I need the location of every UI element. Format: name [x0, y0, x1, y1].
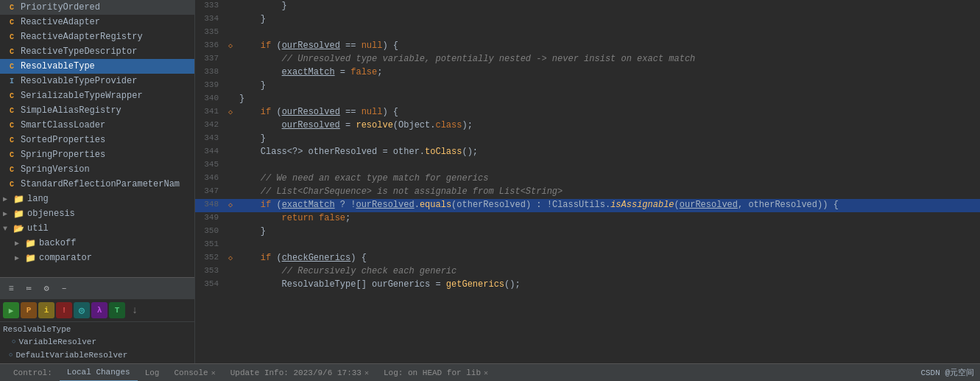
line-content: } — [236, 133, 980, 146]
line-content: // Recursively check each generic — [236, 265, 980, 279]
code-token — [239, 107, 261, 117]
arrow-right-icon: ▶ — [15, 239, 25, 248]
close-icon[interactable]: ✕ — [364, 368, 369, 377]
member-label: VariableResolver — [18, 338, 96, 346]
code-token: isAssignable — [610, 200, 674, 210]
status-tab-log[interactable]: Log — [138, 364, 167, 382]
code-token: // Unresolved type variable, potentially… — [282, 54, 696, 64]
type-icon[interactable]: T — [109, 302, 125, 318]
code-token: ( — [271, 253, 281, 263]
class-icon: C — [6, 16, 18, 28]
sidebar-item-reactiveadapterregistry[interactable]: C ReactiveAdapterRegistry — [0, 29, 194, 44]
status-tab-console[interactable]: Console ✕ — [166, 364, 222, 382]
lambda-icon[interactable]: λ — [91, 302, 107, 318]
run-icon[interactable]: ▶ — [3, 302, 19, 318]
line-gutter — [225, 0, 236, 13]
line-gutter — [225, 66, 236, 80]
status-tab-updateinfo[interactable]: Update Info: 2023/9/6 17:33 ✕ — [223, 364, 376, 382]
line-gutter — [225, 133, 236, 146]
folder-util[interactable]: ▼ 📂 util — [0, 221, 194, 236]
member-variableresolver[interactable]: VariableResolver — [0, 335, 194, 349]
code-token: = — [340, 120, 356, 130]
status-tab-log-head[interactable]: Log: on HEAD for lib ✕ — [376, 364, 496, 382]
line-gutter — [225, 172, 236, 186]
table-row: 341◇ if (ourResolved == null) { — [195, 106, 980, 119]
folder-lang[interactable]: ▶ 📁 lang — [0, 192, 194, 206]
arrow-down-icon: ▼ — [3, 225, 13, 233]
code-token: ) { — [382, 41, 398, 51]
download-icon[interactable]: ↓ — [127, 302, 143, 318]
member-defaultvariableresolver[interactable]: DefaultVariableResolver — [0, 349, 194, 362]
sidebar-item-serializabletypewrapper[interactable]: C SerializableTypeWrapper — [0, 88, 194, 103]
line-content: Class<?> otherResolved = other.toClass()… — [236, 146, 980, 159]
sidebar-item-reactivetypedescriptor[interactable]: C ReactiveTypeDescriptor — [0, 44, 194, 59]
toolbar-settings-btn[interactable]: ⚙ — [38, 281, 54, 297]
line-number: 333 — [195, 0, 225, 13]
sidebar-item-priorityordered[interactable]: C PriorityOrdered — [0, 0, 194, 15]
info-icon[interactable]: i — [38, 302, 54, 318]
line-number: 353 — [195, 265, 225, 279]
code-token: exactMatch — [282, 200, 335, 210]
toolbar-sort-btn[interactable]: ≔ — [21, 281, 37, 297]
toolbar-minus-btn[interactable]: – — [56, 281, 72, 297]
line-number: 345 — [195, 159, 225, 172]
sidebar-item-springproperties[interactable]: C SpringProperties — [0, 147, 194, 162]
close-icon[interactable]: ✕ — [484, 368, 488, 377]
status-tab-control[interactable]: Control: — [6, 364, 60, 382]
status-tab-label: Log: on HEAD for lib — [384, 368, 481, 377]
table-row: 336◇ if (ourResolved == null) { — [195, 40, 980, 53]
option-icon[interactable]: ◎ — [74, 302, 90, 318]
code-token: } — [239, 14, 266, 24]
close-icon[interactable]: ✕ — [211, 368, 216, 377]
folder-objenesis[interactable]: ▶ 📁 objenesis — [0, 206, 194, 221]
code-token: otherResolved — [456, 200, 526, 210]
line-number: 341 — [195, 106, 225, 119]
line-gutter — [225, 13, 236, 27]
table-row: 351 — [195, 239, 980, 252]
code-token: ourResolved — [680, 200, 738, 210]
code-token: Class<?> otherResolved = other. — [239, 147, 425, 157]
table-row: 343 } — [195, 133, 980, 146]
table-row: 345 — [195, 159, 980, 172]
line-gutter — [225, 186, 236, 199]
sidebar-item-resolvabletypeprovider[interactable]: I ResolvableTypeProvider — [0, 74, 194, 88]
sidebar-item-smartclassloader[interactable]: C SmartClassLoader — [0, 118, 194, 133]
sidebar-item-simplealiasregistry[interactable]: C SimpleAliasRegistry — [0, 103, 194, 118]
sidebar-item-sortedproperties[interactable]: C SortedProperties — [0, 133, 194, 147]
code-token: toClass — [425, 147, 462, 157]
sidebar-toolbar: ≡ ≔ ⚙ – — [0, 277, 194, 299]
sidebar-item-resolvabletype[interactable]: C ResolvableType — [0, 59, 194, 74]
code-token: = — [335, 67, 351, 77]
code-token — [239, 200, 261, 210]
line-gutter — [225, 146, 236, 159]
line-gutter — [225, 159, 236, 172]
line-gutter — [225, 226, 236, 239]
line-gutter: ◇ — [225, 252, 236, 265]
line-number: 354 — [195, 279, 225, 292]
table-row: 338 exactMatch = false; — [195, 66, 980, 80]
member-label: DefaultVariableResolver — [15, 351, 127, 360]
toolbar-list-btn[interactable]: ≡ — [3, 281, 19, 297]
sidebar-item-springversion[interactable]: C SpringVersion — [0, 162, 194, 177]
sidebar-item-reactiveadapter[interactable]: C ReactiveAdapter — [0, 15, 194, 29]
code-token: ourResolved — [282, 41, 340, 51]
line-content — [236, 239, 980, 252]
line-gutter — [225, 80, 236, 93]
status-tab-localchanges[interactable]: Local Changes — [60, 364, 138, 382]
code-token: ? ! — [335, 200, 356, 210]
folder-backoff[interactable]: ▶ 📁 backoff — [0, 236, 194, 251]
p-icon[interactable]: P — [21, 302, 37, 318]
folder-comparator[interactable]: ▶ 📁 comparator — [0, 251, 194, 265]
code-token: null — [362, 107, 383, 117]
code-token: } — [239, 1, 287, 11]
class-members: ResolvableType VariableResolver DefaultV… — [0, 321, 194, 363]
code-view[interactable]: 333 }334 }335336◇ if (ourResolved == nul… — [195, 0, 980, 363]
table-row: 339 } — [195, 80, 980, 93]
sidebar-item-standardreflection[interactable]: C StandardReflectionParameterNam — [0, 177, 194, 192]
warning-icon[interactable]: ! — [56, 302, 72, 318]
gutter-mark-icon: ◇ — [228, 254, 233, 262]
editor-area: 333 }334 }335336◇ if (ourResolved == nul… — [195, 0, 980, 363]
line-gutter — [225, 212, 236, 226]
line-content: if (checkGenerics) { — [236, 252, 980, 265]
line-number: 342 — [195, 119, 225, 133]
